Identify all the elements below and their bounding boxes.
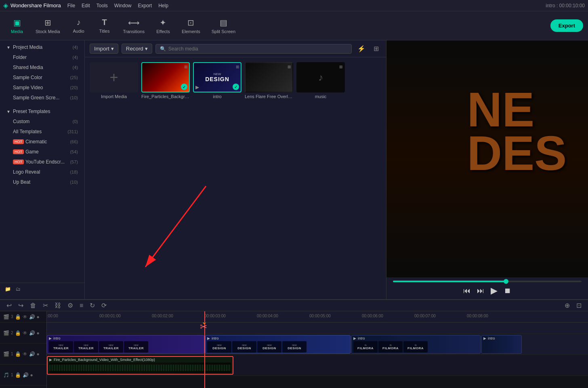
sidebar-sample-green-screen[interactable]: Sample Green Scre... (10) xyxy=(2,93,83,103)
ruler-mark-3: 00:00:03:00 xyxy=(204,314,226,318)
track-v2-clip-2[interactable]: ▶ intro NEWDESIGN NEWDESIGN NEWDESIGN xyxy=(205,335,351,354)
menu-tools[interactable]: Tools xyxy=(97,3,108,8)
sidebar-folder[interactable]: Folder (4) xyxy=(2,52,83,62)
import-media-item[interactable]: + Import Media xyxy=(90,62,138,294)
transitions-label: Transitions xyxy=(123,29,145,34)
preview-text-line2: DES xyxy=(467,131,567,175)
sidebar-logo-reveal[interactable]: Logo Reveal (18) xyxy=(2,167,83,177)
sidebar-preset-templates[interactable]: ▼ Preset Templates xyxy=(2,107,83,116)
step-back-button[interactable]: ⏭ xyxy=(477,287,484,295)
filter-button[interactable]: ⚡ xyxy=(355,44,368,53)
intro-thumb[interactable]: ⊞ NEW DESIGN ✓ ▶ xyxy=(193,62,242,92)
sidebar-sample-video[interactable]: Sample Video (20) xyxy=(2,83,83,92)
youtube-badge: (57) xyxy=(70,159,78,164)
effects-icon: ✦ xyxy=(160,18,166,27)
toolbar-audio[interactable]: ♪ Audio xyxy=(67,15,91,36)
folder-view-icon[interactable]: 🗂 xyxy=(16,286,21,292)
effects-label: Effects xyxy=(156,29,170,34)
project-media-badge: (4) xyxy=(73,45,78,50)
fire-particles-label: Fire_Particles_Backgrou... xyxy=(141,94,190,99)
audio-button[interactable]: ≡ xyxy=(78,300,85,311)
menu-export[interactable]: Export xyxy=(138,3,152,8)
export-button[interactable]: Export xyxy=(550,19,583,32)
sidebar-sample-color[interactable]: Sample Color (25) xyxy=(2,73,83,82)
toolbar-elements[interactable]: ⊡ Elements xyxy=(177,15,205,36)
import-button[interactable]: Import ▾ xyxy=(90,44,118,54)
toolbar-stock-media[interactable]: ⊞ Stock Media xyxy=(31,15,65,36)
elements-label: Elements xyxy=(182,29,200,34)
redo-button[interactable]: ↪ xyxy=(17,300,25,311)
stock-media-label: Stock Media xyxy=(36,29,60,34)
new-folder-icon[interactable]: 📁 xyxy=(5,286,11,292)
sidebar-game[interactable]: HOT Game (54) xyxy=(2,147,83,157)
clip-1-play-icon: ▶ xyxy=(49,336,52,340)
track-v1-clip[interactable]: ▶ Fire_Particles_Background_Video_With_S… xyxy=(47,356,233,375)
grid-view-button[interactable]: ⊞ xyxy=(371,44,381,53)
sidebar-all-templates[interactable]: All Templates (311) xyxy=(2,127,83,136)
sidebar-youtube-endscreen[interactable]: HOT YouTube Endscr... (57) xyxy=(2,157,83,167)
music-thumb[interactable]: ⊞ ♪ xyxy=(296,62,345,92)
search-input[interactable] xyxy=(168,46,347,52)
playback-controls: ⏮ ⏭ ▶ ⏹ xyxy=(393,285,582,296)
toolbar-media[interactable]: ▣ Media xyxy=(5,15,29,36)
sidebar-custom[interactable]: Custom (0) xyxy=(2,117,83,126)
progress-bar[interactable] xyxy=(393,281,582,282)
track-options-button[interactable]: ⊡ xyxy=(575,300,583,311)
toolbar-effects[interactable]: ✦ Effects xyxy=(151,15,175,36)
sample-green-screen-label: Sample Green Scre... xyxy=(13,95,59,101)
sidebar-cinematic[interactable]: HOT Cinematic (66) xyxy=(2,137,83,147)
lens-flare-item[interactable]: ⊞ Lens Flare Free Overla... xyxy=(245,62,293,294)
lens-flare-label: Lens Flare Free Overla... xyxy=(245,94,293,99)
cut-button[interactable]: ✂ xyxy=(41,300,50,311)
loop-button[interactable]: ⟳ xyxy=(100,300,108,311)
menu-items: File Edit Tools Window Export Help xyxy=(67,3,168,8)
audio-icon: ♪ xyxy=(77,18,81,27)
preset-expand-icon: ▼ xyxy=(6,109,10,114)
stop-button[interactable]: ⏹ xyxy=(504,287,511,295)
track-v2-clip-1[interactable]: ▶ intro NEWTRAILER NEWTRAILER NEWTRAI xyxy=(47,335,204,354)
play-button[interactable]: ▶ xyxy=(491,285,498,296)
media-toolbar: Import ▾ Record ▾ 🔍 ⚡ ⊞ xyxy=(85,40,386,57)
link-button[interactable]: ⛓ xyxy=(53,300,63,311)
menu-window[interactable]: Window xyxy=(114,3,132,8)
clip-3-header: ▶ intro xyxy=(353,336,479,340)
sidebar-up-beat[interactable]: Up Beat (10) xyxy=(2,177,83,187)
search-icon: 🔍 xyxy=(160,46,166,52)
track-a1-lock-icon: 🔒 xyxy=(15,372,21,378)
lens-flare-thumb[interactable]: ⊞ xyxy=(245,62,293,92)
track-v1-lane: ▶ Fire_Particles_Background_Video_With_S… xyxy=(47,355,588,376)
preset-templates-label: Preset Templates xyxy=(13,109,50,114)
clip-3-thumbnails: INFILMORA INFILMORA INFILMORA xyxy=(353,341,479,352)
menu-file[interactable]: File xyxy=(67,3,75,8)
sidebar-shared-media[interactable]: Shared Media (4) xyxy=(2,63,83,72)
music-note-icon: ♪ xyxy=(318,72,323,83)
up-beat-badge: (10) xyxy=(70,180,78,185)
import-media-box[interactable]: + xyxy=(90,62,138,92)
toolbar-titles[interactable]: T Titles xyxy=(92,15,117,36)
add-track-button[interactable]: ⊕ xyxy=(563,300,571,311)
timeline-playhead-line xyxy=(204,323,205,388)
fire-particles-thumb[interactable]: ⊞ ✓ xyxy=(141,62,190,92)
track-v2-clip-3[interactable]: ▶ intro INFILMORA INFILMORA INFILMORA xyxy=(351,335,481,354)
skip-back-button[interactable]: ⏮ xyxy=(463,287,470,295)
speed-button[interactable]: ↻ xyxy=(88,300,97,311)
menu-edit[interactable]: Edit xyxy=(82,3,90,8)
shared-media-label: Shared Media xyxy=(13,65,43,70)
ruler-mark-8: 00:00:08:00 xyxy=(467,314,488,318)
undo-button[interactable]: ↩ xyxy=(5,300,13,311)
menu-help[interactable]: Help xyxy=(158,3,168,8)
toolbar-split-screen[interactable]: ▤ Split Screen xyxy=(207,15,240,36)
record-button[interactable]: Record ▾ xyxy=(122,44,152,54)
toolbar-transitions[interactable]: ⟷ Transitions xyxy=(118,15,149,36)
track-v2-clip-4[interactable]: ▶ intro xyxy=(481,335,522,354)
sidebar-project-media[interactable]: ▼ Project Media (4) xyxy=(2,42,83,52)
intro-label: intro xyxy=(213,94,221,99)
music-item[interactable]: ⊞ ♪ music xyxy=(296,62,345,294)
intro-item[interactable]: ⊞ NEW DESIGN ✓ ▶ intro xyxy=(193,62,242,294)
settings-button[interactable]: ⚙ xyxy=(66,300,75,311)
timeline-tracks-area: ✂ ▶ intro NEWTRAILER xyxy=(47,323,588,388)
track-a1-controls: 🎵 1 🔒 🔊 ● xyxy=(0,365,46,386)
delete-button[interactable]: 🗑 xyxy=(28,300,38,311)
clip-3-play-icon: ▶ xyxy=(353,336,356,340)
fire-particles-item[interactable]: ⊞ ✓ Fire_Particles_Backgrou... xyxy=(141,62,190,294)
